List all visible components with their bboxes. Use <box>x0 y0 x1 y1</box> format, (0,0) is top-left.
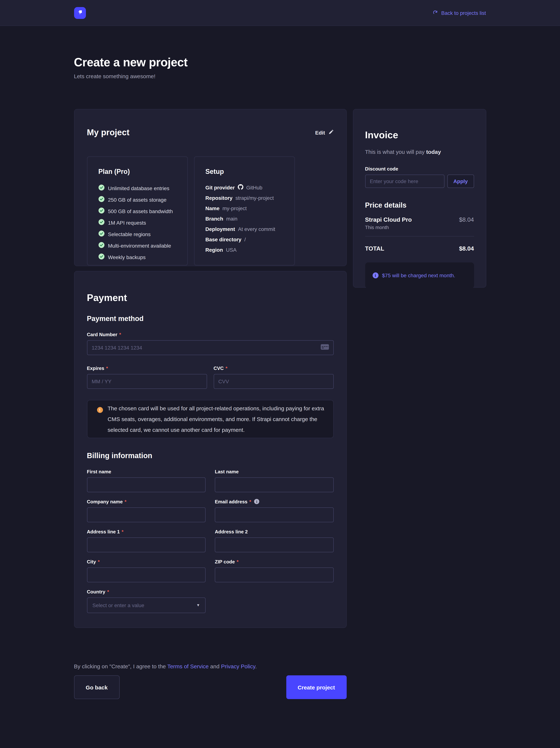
address-line-1-label: Address line 1* <box>87 529 205 534</box>
country-select-placeholder: Select or enter a value <box>92 602 144 608</box>
payment-card: Payment Payment method Card Number* <box>74 271 346 628</box>
price-line-item: Strapi Cloud Pro This month $8.04 <box>365 216 474 230</box>
email-field: Email address* i <box>215 499 334 522</box>
cvc-input[interactable] <box>214 374 334 389</box>
info-icon: i <box>372 273 378 278</box>
credit-card-icon <box>320 343 329 352</box>
my-project-card: My project Edit <box>74 109 346 266</box>
plan-feature-item: Selectable regions <box>98 231 176 238</box>
project-card-title: My project <box>87 127 129 138</box>
check-circle-icon <box>98 254 104 261</box>
email-input[interactable] <box>215 507 334 522</box>
setup-row-branch: Branch main <box>205 216 283 221</box>
payment-title: Payment <box>87 292 334 303</box>
setup-rows: Git provider GitHub Reposit <box>205 185 283 253</box>
page-subtitle: Lets create something awesome! <box>74 73 486 79</box>
company-name-input[interactable] <box>87 507 205 522</box>
chevron-down-icon: ▼ <box>196 603 200 607</box>
terms-of-service-link[interactable]: Terms of Service <box>167 663 209 670</box>
zip-code-input[interactable] <box>215 567 334 582</box>
email-info-icon[interactable]: i <box>254 499 259 504</box>
check-circle-icon <box>98 219 104 226</box>
next-month-notice: i $75 will be charged next month. <box>365 262 474 288</box>
billing-information-title: Billing information <box>87 451 334 460</box>
zip-code-label: ZIP code* <box>215 559 334 564</box>
plan-feature-item: 500 GB of assets bandwidth <box>98 208 176 215</box>
setup-row-base-directory: Base directory / <box>205 236 283 242</box>
last-name-input[interactable] <box>215 477 334 492</box>
strapi-bolt-icon <box>76 8 84 17</box>
page-title: Create a new project <box>74 55 486 69</box>
address-line-2-input[interactable] <box>215 537 334 552</box>
setup-title: Setup <box>205 168 283 176</box>
address-line-1-field: Address line 1* <box>87 529 205 552</box>
email-label: Email address* i <box>215 499 334 504</box>
check-circle-icon <box>98 231 104 238</box>
cvc-label: CVC* <box>214 365 334 371</box>
next-month-notice-text: $75 will be charged next month. <box>382 273 455 278</box>
price-details-title: Price details <box>365 201 474 209</box>
plan-box: Plan (Pro) Unlimited database entries 25… <box>87 157 188 265</box>
check-circle-icon <box>98 196 104 203</box>
form-footer: By clicking on "Create", I agree to the … <box>74 633 346 699</box>
city-label: City* <box>87 559 205 564</box>
city-input[interactable] <box>87 567 205 582</box>
plan-feature-item: Multi-environment available <box>98 242 176 249</box>
plan-title: Plan (Pro) <box>98 168 176 176</box>
plan-feature-list: Unlimited database entries 250 GB of ass… <box>98 185 176 261</box>
create-project-button[interactable]: Create project <box>286 675 346 699</box>
discount-code-label: Discount code <box>365 166 474 172</box>
setup-row-git-provider: Git provider GitHub <box>205 185 283 190</box>
back-arrow-icon <box>433 9 438 16</box>
back-to-projects-link[interactable]: Back to projects list <box>433 9 486 16</box>
strapi-cloud-logo[interactable] <box>74 7 86 19</box>
strapi-cloud-create-project-page: Back to projects list Create a new proje… <box>0 0 560 748</box>
country-label: Country* <box>87 589 205 594</box>
city-field: City* <box>87 559 205 582</box>
check-circle-icon <box>98 208 104 215</box>
discount-code-input[interactable] <box>365 174 444 188</box>
last-name-field: Last name <box>215 469 334 492</box>
plan-feature-item: 250 GB of assets storage <box>98 196 176 203</box>
invoice-panel: Invoice This is what you will pay today … <box>353 109 486 288</box>
plan-feature-item: 1M API requests <box>98 219 176 226</box>
back-link-label: Back to projects list <box>441 10 486 16</box>
first-name-label: First name <box>87 469 205 474</box>
invoice-title: Invoice <box>365 129 474 141</box>
company-name-label: Company name* <box>87 499 205 504</box>
check-circle-icon <box>98 185 104 192</box>
privacy-policy-link[interactable]: Privacy Policy <box>221 663 255 670</box>
card-number-label: Card Number* <box>87 331 334 337</box>
plan-feature-item: Unlimited database entries <box>98 185 176 192</box>
line-item-name: Strapi Cloud Pro <box>365 216 412 223</box>
zip-code-field: ZIP code* <box>215 559 334 582</box>
invoice-subtitle: This is what you will pay today <box>365 149 474 155</box>
setup-box: Setup Git provider GitHub <box>194 157 295 265</box>
setup-row-region: Region USA <box>205 247 283 253</box>
company-name-field: Company name* <box>87 499 205 522</box>
edit-project-button[interactable]: Edit <box>315 130 334 136</box>
plan-feature-item: Weekly backups <box>98 254 176 261</box>
edit-link-label: Edit <box>315 130 325 136</box>
last-name-label: Last name <box>215 469 334 474</box>
setup-row-repository: Repository strapi/my-project <box>205 195 283 201</box>
card-number-input[interactable] <box>87 340 334 355</box>
expires-label: Expires* <box>87 365 207 371</box>
total-amount: $8.04 <box>459 246 474 252</box>
invoice-divider <box>365 236 474 236</box>
warning-icon: ! <box>97 407 103 413</box>
country-select[interactable]: Select or enter a value ▼ <box>87 597 205 613</box>
top-bar: Back to projects list <box>0 0 560 26</box>
invoice-total-row: TOTAL $8.04 <box>365 246 474 252</box>
expires-input[interactable] <box>87 374 207 389</box>
pencil-icon <box>328 130 334 136</box>
address-line-1-input[interactable] <box>87 537 205 552</box>
card-usage-notice: ! The chosen card will be used for all p… <box>87 400 334 438</box>
go-back-button[interactable]: Go back <box>74 675 119 699</box>
apply-discount-button[interactable]: Apply <box>447 174 474 188</box>
first-name-input[interactable] <box>87 477 205 492</box>
country-field: Country* Select or enter a value ▼ <box>87 589 205 613</box>
card-usage-notice-text: The chosen card will be used for all pro… <box>107 403 324 435</box>
line-item-period: This month <box>365 225 412 230</box>
github-icon <box>238 184 243 191</box>
